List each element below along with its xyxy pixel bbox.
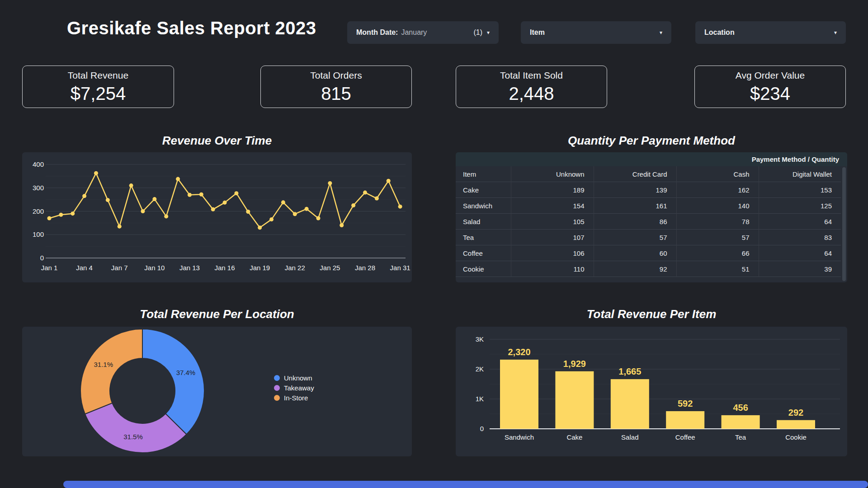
table-row: Coffee106606664	[456, 245, 841, 261]
chevron-down-icon: ▾	[660, 29, 662, 36]
kpi-total-revenue: Total Revenue $7,254	[22, 66, 174, 108]
data-point	[363, 191, 367, 195]
table-cell: 92	[594, 261, 676, 277]
table-row	[456, 277, 841, 283]
table-cell: 161	[594, 198, 676, 214]
filter-location[interactable]: Location ▾	[695, 21, 846, 44]
kpi-total-item-sold: Total Item Sold 2,448	[456, 66, 607, 108]
y-axis-tick-label: 300	[33, 184, 44, 192]
column-header: Item	[456, 166, 511, 182]
total-revenue-per-location-panel: 37.4%31.5%31.1% UnknownTakeawayIn-Store	[22, 327, 412, 456]
data-point	[293, 212, 297, 216]
filter-location-label: Location	[704, 28, 735, 37]
donut-legend: UnknownTakeawayIn-Store	[274, 374, 314, 401]
x-axis-tick-label: Jan 25	[320, 264, 340, 272]
table-row: Cookie110925139	[456, 261, 841, 277]
table-cell: 86	[594, 214, 676, 230]
legend-label: Unknown	[284, 374, 312, 382]
quantity-per-payment-method-panel: Payment Method / Quantity ItemUnknownCre…	[456, 152, 847, 282]
legend-item: In-Store	[274, 394, 314, 401]
data-point	[199, 192, 203, 197]
table-cell: 140	[676, 198, 759, 214]
legend-label: Takeaway	[284, 384, 314, 392]
table-cell: Cake	[456, 182, 511, 198]
data-point	[316, 216, 321, 221]
x-axis-category-label: Tea	[735, 433, 746, 441]
table-cell: 105	[511, 214, 594, 230]
column-header: Unknown	[511, 166, 594, 182]
filter-month-date-label: Month Date:	[356, 28, 398, 37]
kpi-value: 2,448	[509, 84, 554, 104]
data-point	[82, 194, 86, 198]
revenue-per-location-donut-chart: 37.4%31.5%31.1%	[22, 327, 412, 456]
x-axis-category-label: Coffee	[675, 433, 695, 441]
x-axis-tick-label: Jan 16	[215, 264, 235, 272]
revenue-over-time-panel: 0100200300400Jan 1Jan 4Jan 7Jan 10Jan 13…	[22, 152, 412, 282]
table-cell: Cookie	[456, 261, 511, 277]
bar-salad	[611, 379, 649, 429]
table-row: Cake189139162153	[456, 182, 841, 198]
revenue-over-time-line-chart: 0100200300400Jan 1Jan 4Jan 7Jan 10Jan 13…	[22, 152, 412, 282]
legend-label: In-Store	[284, 394, 308, 402]
table-cell: 60	[594, 245, 676, 261]
x-axis-tick-label: Jan 4	[76, 264, 93, 272]
table-cell: 189	[511, 182, 594, 198]
x-axis-category-label: Salad	[621, 433, 638, 441]
revenue-per-item-bar-chart: 01K2K3K2,320Sandwich1,929Cake1,665Salad5…	[456, 327, 847, 456]
table-row: Sandwich154161140125	[456, 198, 841, 214]
column-header: Credit Card	[594, 166, 676, 182]
filter-month-date-count: (1)	[473, 28, 482, 37]
legend-color-dot	[274, 395, 280, 401]
table-corner-header: Payment Method / Quantity	[456, 152, 847, 166]
table-cell: 125	[759, 198, 841, 214]
data-point	[211, 207, 215, 211]
column-header: Cash	[676, 166, 759, 182]
chart-title-revenue-over-time: Revenue Over Time	[22, 134, 412, 148]
x-axis-tick-label: Jan 31	[390, 264, 410, 272]
data-point	[305, 207, 309, 211]
table-cell: 64	[759, 214, 841, 230]
data-point	[375, 197, 379, 201]
data-point	[129, 183, 133, 188]
data-point	[234, 191, 238, 195]
data-point	[246, 210, 250, 214]
x-axis-category-label: Cookie	[785, 433, 807, 441]
donut-slice-unknown	[142, 329, 204, 434]
total-revenue-per-item-panel: 01K2K3K2,320Sandwich1,929Cake1,665Salad5…	[456, 327, 847, 456]
table-cell: 66	[676, 245, 759, 261]
table-cell: 51	[676, 261, 759, 277]
table-vertical-scrollbar[interactable]	[842, 167, 846, 281]
x-axis-tick-label: Jan 28	[355, 264, 375, 272]
bar-value-label: 292	[788, 408, 803, 418]
table-cell: Sandwich	[456, 198, 511, 214]
column-header: Digital Wallet	[759, 166, 841, 182]
table-cell: 57	[676, 230, 759, 245]
kpi-value: $234	[750, 84, 790, 104]
slice-percentage-label: 31.1%	[94, 361, 113, 368]
kpi-label: Total Orders	[310, 70, 362, 81]
chevron-down-icon: ▾	[487, 29, 490, 36]
filter-item-label: Item	[530, 28, 545, 37]
filter-item[interactable]: Item ▾	[521, 21, 671, 44]
legend-color-dot	[274, 375, 280, 381]
table-cell: Coffee	[456, 245, 511, 261]
table-cell: 154	[511, 198, 594, 214]
bar-coffee	[666, 411, 704, 429]
kpi-value: $7,254	[71, 84, 126, 104]
kpi-avg-order-value: Avg Order Value $234	[694, 66, 846, 108]
table-row: Salad105867864	[456, 214, 841, 230]
y-axis-tick-label: 0	[40, 254, 44, 262]
data-point	[59, 213, 63, 217]
data-point	[106, 198, 110, 202]
filter-month-date[interactable]: Month Date: January (1) ▾	[347, 21, 499, 44]
bar-value-label: 1,929	[563, 359, 586, 369]
x-axis-tick-label: Jan 19	[250, 264, 270, 272]
kpi-label: Total Item Sold	[500, 70, 563, 81]
chart-title-total-revenue-per-location: Total Revenue Per Location	[22, 307, 412, 321]
table-cell: Salad	[456, 214, 511, 230]
x-axis-tick-label: Jan 10	[144, 264, 165, 272]
legend-color-dot	[274, 385, 280, 391]
table-cell: 57	[594, 230, 676, 245]
y-axis-tick-label: 400	[33, 160, 44, 168]
horizontal-scrollbar[interactable]	[63, 481, 868, 488]
